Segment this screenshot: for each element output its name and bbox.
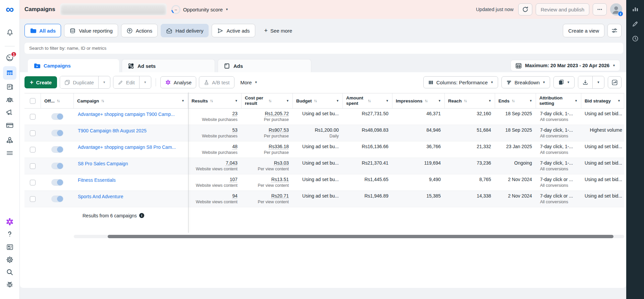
filter-all-ads[interactable]: All ads [24, 24, 61, 37]
user-avatar[interactable]: f [610, 3, 622, 15]
campaign-name-link[interactable]: T900 Campaign 8th August 2025 [78, 127, 184, 133]
results-value[interactable]: 48 [232, 144, 237, 149]
more-options-button[interactable] [593, 3, 607, 15]
tab-campaigns[interactable]: Campaigns [28, 59, 119, 72]
row-checkbox[interactable] [30, 130, 36, 136]
header-reach[interactable]: Reach ↑↓ ▼ [445, 93, 495, 108]
help-question-icon[interactable] [5, 230, 14, 239]
filter-active-ads[interactable]: Active ads [212, 24, 255, 37]
columns-button[interactable]: Columns: Performance ▼ [423, 76, 498, 88]
filter-chevron-icon[interactable]: ▼ [335, 99, 339, 102]
results-value[interactable]: 7,043 [226, 160, 237, 166]
filter-chevron-icon[interactable]: ▼ [437, 99, 441, 102]
settings-gear-icon[interactable] [5, 255, 14, 264]
meta-logo-icon[interactable]: ∞ [3, 3, 16, 15]
history-clock-icon[interactable] [631, 34, 640, 43]
row-checkbox[interactable] [30, 147, 36, 153]
horizontal-scrollbar-thumb[interactable] [108, 235, 613, 238]
create-a-view-button[interactable]: Create a view [563, 24, 604, 37]
cost-per-result-value[interactable]: Rs20.71 [271, 193, 289, 199]
filter-had-delivery[interactable]: Had delivery [161, 24, 209, 37]
filter-actions[interactable]: Actions [121, 24, 158, 37]
filter-chevron-icon[interactable]: ▼ [528, 99, 532, 102]
review-and-publish-button[interactable]: Review and publish [536, 3, 589, 15]
analyse-button[interactable]: Analyse [160, 76, 196, 88]
edit-button[interactable]: Edit [113, 76, 139, 88]
edit-pencil-icon[interactable] [631, 19, 640, 28]
campaign-name-link[interactable]: Advantage+ shopping campaign T900 Camp..… [78, 111, 184, 117]
filter-value-reporting[interactable]: Value reporting [64, 24, 118, 37]
filter-chevron-icon[interactable]: ▼ [285, 99, 289, 102]
reports-button[interactable]: ▼ [553, 76, 575, 88]
duplicate-button[interactable]: Duplicate [60, 76, 98, 88]
pages-icon[interactable] [5, 82, 14, 91]
edit-dropdown-button[interactable]: ▼ [140, 76, 151, 88]
all-tools-menu-icon[interactable] [5, 148, 14, 157]
campaign-status-toggle[interactable] [51, 179, 63, 186]
results-value[interactable]: 53 [232, 127, 237, 133]
campaign-status-toggle[interactable] [51, 113, 63, 120]
header-ends[interactable]: Ends ↑↓ ▼ [495, 93, 536, 108]
row-checkbox[interactable] [30, 163, 36, 169]
duplicate-dropdown-button[interactable]: ▼ [99, 76, 110, 88]
campaign-name-link[interactable]: Fitness Essentials [78, 177, 184, 183]
results-value[interactable]: 107 [230, 177, 237, 182]
header-amount-spent[interactable]: Amount spent ↑↓ ▼ [343, 93, 392, 108]
campaign-status-toggle[interactable] [51, 163, 63, 169]
filter-chevron-icon[interactable]: ▼ [233, 99, 238, 102]
cost-per-result-value[interactable]: Rs13.51 [271, 177, 289, 182]
cost-per-result-value[interactable]: Rs1,205.72 [265, 111, 289, 116]
insights-bar-chart-icon[interactable] [631, 5, 640, 13]
campaign-status-toggle[interactable] [51, 196, 63, 202]
results-value[interactable]: 94 [232, 193, 237, 199]
header-budget[interactable]: Budget ↑↓ ▼ [293, 93, 343, 108]
breakdown-button[interactable]: Breakdown ▼ [501, 76, 550, 88]
campaign-name-link[interactable]: Sports And Adventure [78, 193, 184, 199]
filter-chevron-icon[interactable]: ▼ [487, 99, 491, 102]
cost-per-result-value[interactable]: Rs907.53 [269, 127, 289, 133]
search-icon[interactable] [5, 268, 14, 276]
campaign-status-toggle[interactable] [51, 146, 63, 153]
sidebar-item-campaigns-selected[interactable] [3, 66, 16, 80]
notifications-bell-icon[interactable] [5, 28, 14, 37]
header-attribution-setting[interactable]: Attribution setting ▼ [536, 93, 581, 108]
select-all-checkbox[interactable] [30, 98, 36, 104]
export-dropdown-button[interactable]: ▼ [593, 76, 604, 88]
row-checkbox[interactable] [30, 196, 36, 202]
ads-megaphone-icon[interactable] [5, 108, 14, 117]
header-cost-per-result[interactable]: Cost per result ↑↓ ▼ [241, 93, 293, 108]
filter-chevron-icon[interactable]: ▼ [616, 99, 621, 102]
date-range-selector[interactable]: Maximum: 20 Mar 2023 - 20 Apr 2026 ▼ [511, 60, 620, 71]
audiences-people-icon[interactable] [5, 95, 14, 104]
campaign-name-link[interactable]: Advantage+ shopping campaign S8 Pro Cam.… [78, 144, 184, 150]
search-input[interactable] [24, 43, 623, 54]
tab-ad-sets[interactable]: Ad sets [122, 59, 215, 72]
account-selector[interactable] [60, 3, 167, 15]
cost-per-result-value[interactable]: Rs3.03 [274, 160, 289, 166]
results-value[interactable]: 23 [232, 111, 237, 116]
filter-chevron-icon[interactable]: ▼ [384, 99, 389, 102]
header-campaign[interactable]: Campaign ↑↓ ▼ [74, 93, 188, 108]
report-bug-icon[interactable] [5, 280, 14, 289]
row-checkbox[interactable] [30, 114, 36, 120]
header-off-toggle[interactable]: Off... ↑↓ [41, 93, 74, 108]
header-results[interactable]: Results ↑↓ ▼ [188, 93, 241, 108]
ab-test-button[interactable]: A/B test [199, 76, 234, 88]
account-overview-gauge-icon[interactable]: 1 [5, 53, 14, 62]
export-button[interactable] [578, 76, 592, 88]
assets-network-icon[interactable] [5, 136, 14, 144]
view-settings-button[interactable] [607, 24, 622, 37]
whats-new-news-icon[interactable] [5, 243, 14, 251]
info-icon[interactable]: i [139, 213, 144, 218]
create-button[interactable]: + Create [24, 76, 57, 88]
header-impressions[interactable]: Impressions ↑↓ ▼ [392, 93, 445, 108]
tab-ads[interactable]: Ads [218, 59, 311, 72]
row-checkbox[interactable] [30, 180, 36, 185]
opportunity-score-control[interactable]: -- Opportunity score ▼ [171, 5, 228, 14]
meta-ai-flower-icon[interactable] [5, 217, 14, 226]
see-more-filters[interactable]: + See more [261, 27, 296, 34]
campaign-status-toggle[interactable] [51, 130, 63, 136]
header-bid-strategy[interactable]: Bid strategy ▼ [581, 93, 624, 108]
more-button[interactable]: More ▼ [237, 76, 261, 88]
view-charts-button[interactable] [608, 76, 622, 88]
